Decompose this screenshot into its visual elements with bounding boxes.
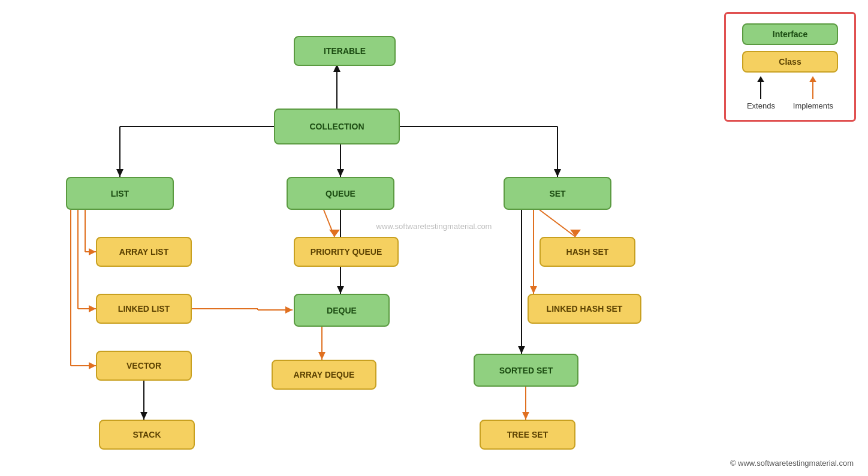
node-deque: DEQUE [294, 294, 390, 327]
node-treeset: TREE SET [480, 420, 575, 450]
node-arraydeque: ARRAY DEQUE [272, 360, 376, 390]
node-list: LIST [66, 177, 174, 210]
svg-marker-15 [89, 305, 96, 312]
svg-marker-36 [518, 346, 525, 354]
svg-marker-9 [554, 169, 561, 177]
legend-arrows: Extends Implements [738, 81, 842, 110]
node-hashset: HASH SET [540, 237, 635, 267]
legend-extends-item: Extends [747, 81, 775, 110]
extends-label: Extends [747, 101, 775, 110]
implements-label: Implements [793, 101, 833, 110]
svg-marker-34 [530, 286, 537, 294]
svg-marker-38 [522, 412, 529, 420]
svg-marker-20 [140, 412, 147, 420]
node-stack: STACK [99, 420, 195, 450]
svg-marker-6 [337, 169, 344, 177]
svg-marker-24 [285, 306, 293, 314]
node-vector: VECTOR [96, 351, 192, 381]
svg-marker-4 [116, 169, 123, 177]
svg-marker-28 [337, 286, 344, 294]
diagram-container: ITERABLE COLLECTION LIST QUEUE SET ARRAY… [0, 0, 868, 476]
svg-line-31 [540, 210, 575, 237]
legend-interface-item: Interface [738, 23, 842, 45]
legend-class-item: Class [738, 51, 842, 73]
svg-marker-32 [570, 230, 581, 237]
svg-marker-18 [89, 362, 96, 369]
legend: Interface Class Extends Implements [724, 12, 856, 122]
copyright: © www.softwaretestingmaterial.com [730, 459, 854, 468]
node-linkedhashset: LINKED HASH SET [528, 294, 641, 324]
legend-interface-node: Interface [742, 23, 838, 45]
node-set: SET [504, 177, 611, 210]
svg-marker-30 [318, 352, 326, 360]
legend-class-node: Class [742, 51, 838, 73]
node-collection: COLLECTION [274, 109, 400, 144]
node-linkedlist: LINKED LIST [96, 294, 192, 324]
watermark: www.softwaretestingmaterial.com [376, 222, 492, 231]
node-sortedset: SORTED SET [474, 354, 578, 387]
svg-marker-12 [89, 248, 96, 255]
node-queue: QUEUE [287, 177, 394, 210]
legend-implements-item: Implements [793, 81, 833, 110]
node-iterable: ITERABLE [294, 36, 396, 66]
node-priorityqueue: PRIORITY QUEUE [294, 237, 399, 267]
svg-line-25 [324, 210, 334, 237]
extends-arrow-icon [760, 81, 761, 99]
node-arraylist: ARRAY LIST [96, 237, 192, 267]
svg-marker-26 [329, 230, 340, 237]
implements-arrow-icon [812, 81, 813, 99]
